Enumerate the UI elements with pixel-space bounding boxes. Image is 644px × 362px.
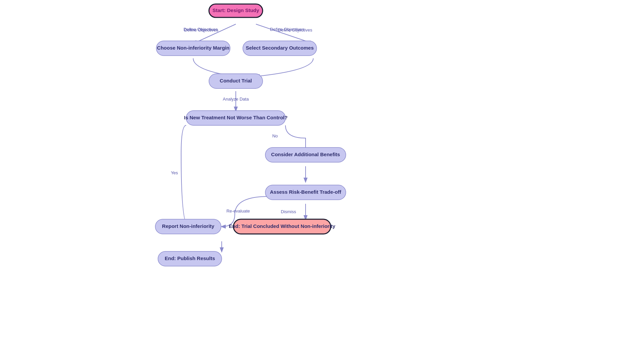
edge-label-define2: Define Objectives bbox=[270, 27, 304, 32]
flowchart-svg: Define Objectives Define Objectives Defi… bbox=[0, 0, 644, 362]
edge-label-dismiss: Dismiss bbox=[281, 209, 296, 214]
edge-label-define1: Define Objectives bbox=[183, 27, 218, 32]
edge-label-no: No bbox=[272, 133, 278, 138]
node-select-outcomes-label: Select Secondary Outcomes bbox=[246, 45, 314, 51]
node-conduct-trial-label: Conduct Trial bbox=[220, 78, 252, 83]
node-end-trial-label: End: Trial Concluded Without Non-inferio… bbox=[229, 223, 335, 229]
node-start-label: Start: Design Study bbox=[212, 7, 259, 13]
node-report-label: Report Non-inferiority bbox=[162, 223, 214, 229]
node-consider-benefits-label: Consider Additional Benefits bbox=[271, 152, 340, 157]
edge-label-reevaluate: Re-evaluate bbox=[226, 208, 250, 214]
node-is-not-worse-label: Is New Treatment Not Worse Than Control? bbox=[184, 115, 288, 120]
edge-outcomes-to-conduct bbox=[256, 58, 313, 76]
node-assess-tradeoff-label: Assess Risk-Benefit Trade-off bbox=[270, 189, 342, 195]
node-end-publish-label: End: Publish Results bbox=[165, 255, 215, 261]
diagram-container: Define Objectives Define Objectives Defi… bbox=[0, 0, 644, 362]
edge-isworse-yes bbox=[181, 125, 189, 227]
edge-label-analyze: Analyze Data bbox=[223, 97, 249, 102]
edge-label-yes: Yes bbox=[171, 170, 178, 175]
node-choose-margin-label: Choose Non-inferiority Margin bbox=[157, 45, 229, 51]
